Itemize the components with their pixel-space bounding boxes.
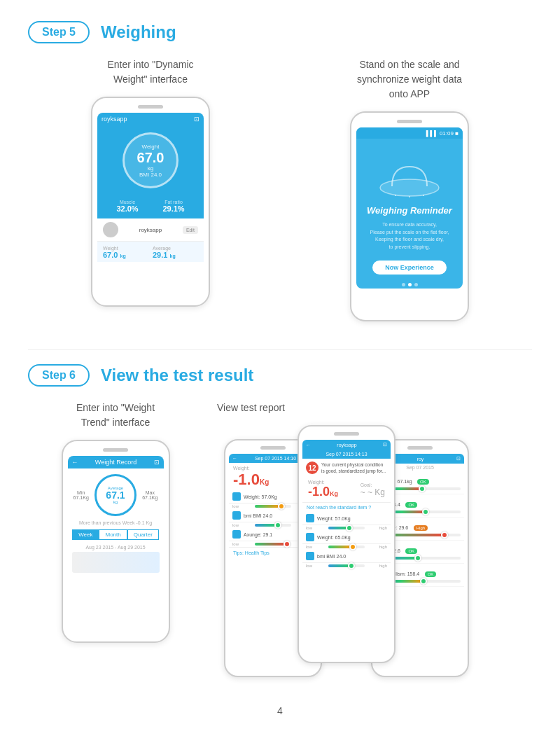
data-val1: 67.0 kg bbox=[103, 251, 148, 259]
bar2-center: low high bbox=[302, 544, 391, 550]
data-row-bottom: Weight 67.0 kg Average 29.1 kg bbox=[97, 242, 204, 262]
step6-section: Step 6 View the test result Enter into "… bbox=[28, 364, 532, 677]
wr-dots bbox=[402, 283, 418, 286]
data-average: Average 29.1 kg bbox=[153, 246, 198, 259]
back-center[interactable]: ← bbox=[306, 443, 311, 447]
step6-phone1: ← Weight Record ⊡ Min 67.1Kg Average 67.… bbox=[62, 440, 170, 643]
wt-menu-icon[interactable]: ⊡ bbox=[154, 459, 160, 466]
wr-title: Weighing Reminder bbox=[367, 205, 452, 216]
weight-value: 67.0 bbox=[137, 150, 164, 165]
alert-text: Your current physical condition is good,… bbox=[321, 461, 387, 474]
app-right: roy bbox=[417, 457, 424, 461]
weight-circle-area: Weight 67.0 kg BMI 24.0 bbox=[97, 125, 204, 197]
step6-col1-caption: Enter into "WeightTrend" interface bbox=[76, 401, 155, 430]
app-center: royksapp bbox=[337, 443, 356, 447]
icon-sq3 bbox=[232, 530, 241, 539]
weight-label: Weight bbox=[142, 144, 160, 150]
bmi-label: BMI 24.0 bbox=[139, 172, 162, 178]
wt-date: Aug 23 2015 - Aug 29 2015 bbox=[68, 543, 164, 552]
scale-icon-area bbox=[378, 160, 441, 198]
step6-col2-caption: View test report bbox=[217, 401, 285, 415]
topbar1: royksapp ⊡ bbox=[97, 113, 204, 125]
section-divider bbox=[28, 349, 532, 350]
muscle-value: 32.0% bbox=[116, 204, 138, 213]
phone-speaker2 bbox=[397, 120, 422, 123]
metrics-row: Muscle 32.0% Fat ratio 29.1% bbox=[97, 197, 204, 218]
wr-topbar: ▌▌▌ 01:09 ■ bbox=[356, 127, 463, 139]
track1 bbox=[255, 505, 291, 508]
step5-col2-caption: Stand on the scale andsynchronize weight… bbox=[357, 57, 462, 102]
step5-content: Enter into "DynamicWeight" interface roy… bbox=[28, 57, 532, 321]
step6-header: Step 6 View the test result bbox=[28, 364, 532, 387]
wb-goal-value: ~ ~ Kg bbox=[360, 487, 385, 497]
page-number: 4 bbox=[28, 705, 532, 716]
alert-num: 12 bbox=[306, 461, 318, 474]
axunge-tag: High bbox=[414, 525, 428, 531]
step5-section: Step 5 Weighing Enter into "DynamicWeigh… bbox=[28, 21, 532, 321]
track2 bbox=[255, 524, 291, 527]
wt-max: Max 67.1Kg bbox=[142, 490, 158, 500]
fat-metric: Fat ratio 29.1% bbox=[162, 200, 184, 213]
edit-btn[interactable]: Edit bbox=[183, 226, 198, 234]
weight-unit: kg bbox=[148, 165, 153, 172]
tab-quarter[interactable]: Quarter bbox=[127, 529, 159, 540]
wt-average-row: Min 67.1Kg Average 67.1 kg Max 67.1Kg bbox=[68, 468, 164, 519]
wr-btn[interactable]: Now Experience bbox=[372, 261, 447, 275]
data-val2: 29.1 kg bbox=[153, 251, 198, 259]
back-icon[interactable]: ← bbox=[72, 459, 78, 466]
date-center: Sep 07 2015 14:13 bbox=[302, 450, 391, 459]
step5-screen2: ▌▌▌ 01:09 ■ bbox=[356, 127, 463, 289]
step6-phone-center: ← royksapp ⊡ Sep 07 2015 14:13 12 Your c… bbox=[298, 425, 396, 663]
row1-center: Weight: 57.0Kg bbox=[302, 512, 391, 525]
icon-c1 bbox=[306, 514, 314, 522]
svg-point-0 bbox=[380, 179, 439, 196]
step5-header: Step 5 Weighing bbox=[28, 21, 532, 43]
icon-c3 bbox=[306, 552, 314, 560]
dot3 bbox=[414, 283, 418, 286]
step6-screen1: ← Weight Record ⊡ Min 67.1Kg Average 67.… bbox=[68, 456, 164, 624]
step5-col1-caption: Enter into "DynamicWeight" interface bbox=[107, 57, 193, 87]
weight-tag: OK bbox=[417, 479, 429, 485]
scale-icon bbox=[378, 160, 441, 198]
wr-desc: To ensure data accuracy,Please put the s… bbox=[362, 221, 458, 251]
muscle-metric: Muscle 32.0% bbox=[116, 200, 138, 213]
weight-circle: Weight 67.0 kg BMI 24.0 bbox=[122, 132, 178, 188]
wr-status: ▌▌▌ 01:09 ■ bbox=[426, 130, 458, 137]
mt-center: ← royksapp ⊡ bbox=[302, 440, 391, 450]
icon-sq1 bbox=[232, 492, 241, 501]
wt-chart bbox=[72, 552, 160, 573]
tab-month[interactable]: Month bbox=[99, 529, 127, 540]
step6-content: Enter into "WeightTrend" interface ← Wei… bbox=[28, 401, 532, 677]
topbar-icons: ⊡ bbox=[194, 116, 200, 123]
data-label2: Average bbox=[153, 246, 198, 251]
data-label1: Weight bbox=[103, 246, 148, 251]
fat-value: 29.1% bbox=[162, 204, 184, 213]
ps-left bbox=[260, 446, 286, 450]
dot2 bbox=[408, 283, 412, 286]
bone-tag: OK bbox=[405, 548, 417, 554]
ps-center bbox=[334, 432, 359, 436]
wb-weight-label: Weight: bbox=[308, 480, 338, 485]
phone-speaker bbox=[138, 105, 163, 109]
step5-screen1: royksapp ⊡ Weight 67.0 kg BMI 24.0 bbox=[97, 113, 204, 274]
ps-right bbox=[407, 446, 433, 450]
tab-week[interactable]: Week bbox=[72, 529, 99, 540]
step6-title: View the test result bbox=[101, 366, 253, 385]
weight-unit-left: Kg bbox=[260, 478, 269, 486]
step5-phone1: royksapp ⊡ Weight 67.0 kg BMI 24.0 bbox=[91, 97, 210, 307]
bmi-center: bmi BMI 24.0 bbox=[302, 550, 391, 563]
wt-tabs[interactable]: Week Month Quarter bbox=[72, 529, 160, 540]
wt-avg-circle: Average 67.1 kg bbox=[94, 474, 136, 516]
wt-min: Min 67.1Kg bbox=[74, 490, 89, 500]
muscle-label: Muscle bbox=[116, 200, 138, 204]
row1-label-center: Weight: 57.0Kg bbox=[317, 516, 387, 521]
weight-big-row: Weight: -1.0Kg Goal: ~ ~ Kg bbox=[302, 477, 391, 503]
data-weight: Weight 67.0 kg bbox=[103, 246, 148, 259]
phone-speaker3 bbox=[103, 448, 128, 452]
track3 bbox=[255, 543, 291, 546]
step5-title: Weighing bbox=[101, 22, 176, 42]
phones-group: ← Sep 07 2015 14:10 Weight: -1.0Kg Weigh… bbox=[224, 425, 490, 677]
back-left[interactable]: ← bbox=[232, 456, 237, 461]
row2-center: Weight: 65.0Kg bbox=[302, 531, 391, 544]
step6-badge: Step 6 bbox=[28, 364, 90, 387]
